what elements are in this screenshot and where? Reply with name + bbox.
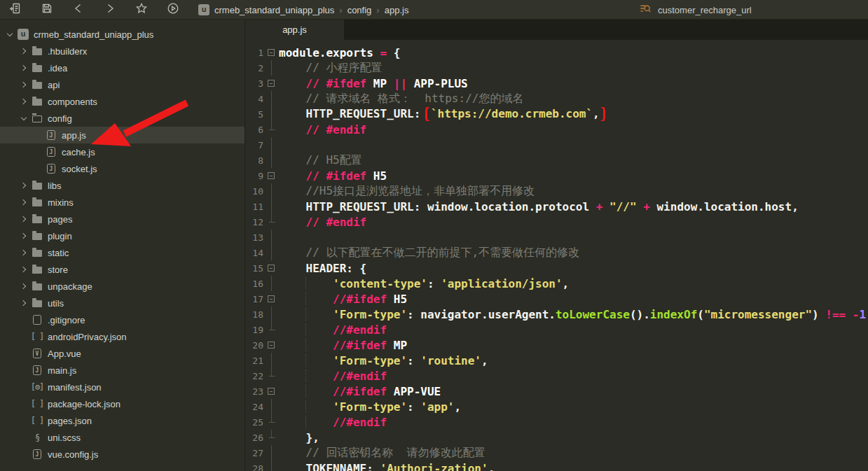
chevron-right-icon[interactable] [18, 200, 29, 204]
tree-item-cache-js[interactable]: Jcache.js [0, 143, 244, 160]
code-line-2[interactable]: 2 // 小程序配置 [245, 60, 868, 76]
fold-marker-icon[interactable] [265, 337, 279, 353]
search-input[interactable] [658, 5, 868, 15]
code-text: }, [279, 431, 868, 444]
fold-marker-icon[interactable] [265, 291, 279, 307]
new-file-button[interactable] [4, 0, 27, 20]
code-line-13[interactable]: 13 [245, 230, 868, 245]
star-icon [135, 2, 148, 17]
code-line-19[interactable]: 19 //#endif [245, 322, 868, 337]
chevron-right-icon[interactable] [18, 301, 29, 305]
tree-item-label: pages.json [48, 416, 92, 426]
chevron-right-icon [104, 2, 116, 17]
chevron-right-icon[interactable] [18, 234, 29, 238]
breadcrumb-folder[interactable]: config [347, 5, 372, 15]
tree-item-package-lock-json[interactable]: [ ]package-lock.json [0, 395, 244, 412]
code-editor[interactable]: 1module.exports = {2 // 小程序配置3 // #ifdef… [245, 40, 868, 471]
tree-item-socket-js[interactable]: Jsocket.js [0, 160, 244, 177]
favorite-button[interactable] [130, 0, 153, 20]
chevron-right-icon[interactable] [18, 83, 29, 87]
code-line-16[interactable]: 16 'content-type': 'application/json', [245, 276, 868, 291]
chevron-down-icon[interactable] [4, 34, 15, 36]
tree-item-crmeb-standard-uniapp-plus[interactable]: ucrmeb_standard_uniapp_plus [0, 26, 244, 43]
tree-item-manifest-json[interactable]: [⚙]manifest.json [0, 379, 244, 395]
code-line-20[interactable]: 20 //#ifdef MP [245, 337, 868, 353]
code-line-8[interactable]: 8 // H5配置 [245, 153, 868, 168]
tree-item-vue-config-js[interactable]: Jvue.config.js [0, 446, 244, 463]
code-line-5[interactable]: 5 HTTP_REQUEST_URL: `https://demo.crmeb.… [245, 106, 868, 122]
fold-marker-icon[interactable] [265, 168, 279, 183]
tree-item-components[interactable]: components [0, 93, 244, 110]
line-number: 8 [245, 155, 265, 166]
fold-marker-icon[interactable] [265, 45, 279, 60]
tree-item-utils[interactable]: utils [0, 295, 244, 311]
code-line-1[interactable]: 1module.exports = { [245, 45, 868, 60]
tree-item-uni-scss[interactable]: §uni.scss [0, 429, 244, 446]
code-line-10[interactable]: 10 //H5接口是浏览器地址，非单独部署不用修改 [245, 183, 868, 199]
chevron-right-icon[interactable] [18, 66, 29, 70]
fold-marker-icon[interactable] [265, 76, 279, 91]
tree-item-app-js[interactable]: Japp.js [0, 127, 244, 143]
breadcrumb-project[interactable]: crmeb_standard_uniapp_plus [214, 5, 334, 15]
code-line-7[interactable]: 7 [245, 137, 868, 153]
tree-item-app-vue[interactable]: VApp.vue [0, 345, 244, 362]
fold-marker-icon[interactable] [265, 384, 279, 399]
code-line-4[interactable]: 4 // 请求域名 格式： https://您的域名 [245, 91, 868, 106]
code-line-11[interactable]: 11 HTTP_REQUEST_URL: window.location.pro… [245, 199, 868, 214]
code-line-14[interactable]: 14 // 以下配置在不做二开的前提下,不需要做任何的修改 [245, 245, 868, 260]
fold-marker-icon[interactable] [265, 260, 279, 276]
code-line-26[interactable]: 26 }, [245, 430, 868, 445]
code-line-12[interactable]: 12 // #endif [245, 214, 868, 230]
code-line-6[interactable]: 6 // #endif [245, 122, 868, 137]
line-number: 19 [245, 325, 265, 335]
forward-button[interactable] [98, 0, 122, 20]
tree-item-pages[interactable]: pages [0, 211, 244, 227]
tab-app-js[interactable]: app.js [245, 20, 344, 40]
code-line-9[interactable]: 9 // #ifdef H5 [245, 168, 868, 183]
code-line-3[interactable]: 3 // #ifdef MP || APP-PLUS [245, 76, 868, 91]
chevron-right-icon[interactable] [18, 284, 29, 288]
code-line-24[interactable]: 24 'Form-type': 'app', [245, 399, 868, 414]
tree-item--idea[interactable]: .idea [0, 59, 244, 76]
chevron-right-icon[interactable] [18, 183, 29, 188]
tree-item-config[interactable]: config [0, 110, 244, 127]
tree-item-mixins[interactable]: mixins [0, 194, 244, 211]
tree-item-store[interactable]: store [0, 261, 244, 278]
code-line-23[interactable]: 23 //#ifdef APP-VUE [245, 384, 868, 399]
code-line-18[interactable]: 18 'Form-type': navigator.userAgent.toLo… [245, 307, 868, 322]
chevron-right-icon[interactable] [18, 251, 29, 255]
code-line-22[interactable]: 22 //#endif [245, 368, 868, 384]
chevron-right-icon[interactable] [18, 49, 29, 53]
code-line-25[interactable]: 25 //#endif [245, 414, 868, 430]
tree-item-pages-json[interactable]: [ ]pages.json [0, 412, 244, 429]
code-text: 'content-type': 'application/json', [279, 277, 868, 290]
tree-item-androidprivacy-json[interactable]: [ ]androidPrivacy.json [0, 328, 244, 345]
chevron-down-icon[interactable] [18, 118, 29, 120]
code-line-15[interactable]: 15 HEADER: { [245, 260, 868, 276]
code-text: // 以下配置在不做二开的前提下,不需要做任何的修改 [279, 246, 868, 260]
code-line-28[interactable]: 28 TOKENNAME: 'Authori-zation', [245, 461, 868, 471]
tree-item-unpackage[interactable]: unpackage [0, 278, 244, 295]
fold-guide [265, 276, 279, 291]
tree-item-api[interactable]: api [0, 76, 244, 93]
code-line-21[interactable]: 21 'Form-type': 'routine', [245, 353, 868, 368]
tree-item-plugin[interactable]: plugin [0, 227, 244, 244]
toolbar: u crmeb_standard_uniapp_plus › config › … [0, 0, 868, 20]
tree-item--gitignore[interactable]: .gitignore [0, 311, 244, 328]
save-button[interactable] [35, 0, 59, 20]
fold-guide [265, 60, 279, 76]
breadcrumb-file[interactable]: app.js [385, 5, 409, 15]
folder-icon [29, 64, 45, 72]
code-line-17[interactable]: 17 //#ifdef H5 [245, 291, 868, 307]
tree-item--hbuilderx[interactable]: .hbuilderx [0, 43, 244, 59]
run-button[interactable] [161, 0, 185, 20]
chevron-right-icon[interactable] [18, 267, 29, 272]
back-button[interactable] [67, 0, 90, 20]
chevron-right-icon[interactable] [18, 217, 29, 221]
chevron-right-icon[interactable] [18, 99, 29, 104]
tree-item-libs[interactable]: libs [0, 177, 244, 194]
code-line-27[interactable]: 27 // 回话密钥名称 请勿修改此配置 [245, 445, 868, 461]
tree-item-static[interactable]: static [0, 244, 244, 261]
tree-item-main-js[interactable]: Jmain.js [0, 362, 244, 379]
tree-item-label: plugin [48, 231, 72, 241]
